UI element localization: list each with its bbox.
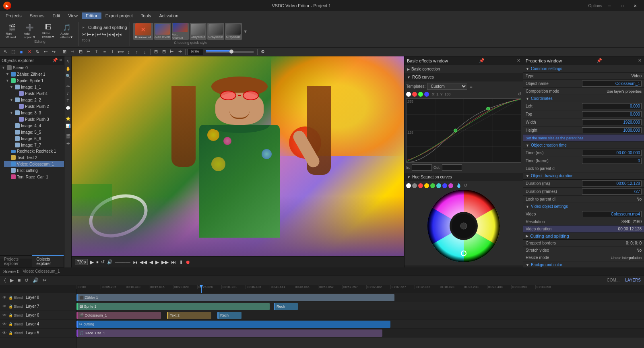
fill-tool[interactable]: ■ xyxy=(18,48,25,56)
move-down-tool[interactable]: ↓ xyxy=(141,48,149,56)
in-input[interactable] xyxy=(412,164,432,171)
pause-button[interactable]: ⏸ xyxy=(178,259,183,265)
layer7-lock[interactable]: 🔒 xyxy=(8,304,13,309)
line-tool[interactable]: / xyxy=(65,90,71,97)
cut3-icon[interactable]: ▸| xyxy=(92,32,96,37)
hue-yellow-dot[interactable] xyxy=(424,183,429,188)
layer6-lock[interactable]: 🔒 xyxy=(8,313,13,318)
run-wizard-button[interactable]: 🎬 RunWizard... xyxy=(4,24,20,39)
close-button[interactable]: ✕ xyxy=(630,2,641,10)
clip-text2[interactable]: Text 2 xyxy=(167,312,211,319)
oe-scene0[interactable]: ▼ Scene 0 xyxy=(0,64,64,71)
tl-play-button[interactable]: ▶ xyxy=(9,278,14,283)
hue-reset-icon[interactable]: ↺ xyxy=(464,183,467,188)
zoom-in-tool[interactable]: 🔍 xyxy=(65,72,71,79)
auto-levels-button[interactable]: Auto levels xyxy=(154,23,171,40)
redo-icon[interactable]: ↪ xyxy=(102,31,106,37)
redo-tool[interactable]: ↪ xyxy=(50,48,57,56)
object-name-value[interactable]: Colosseum_1 xyxy=(582,81,642,87)
layer4-lock[interactable]: 🔒 xyxy=(8,322,13,327)
move-tool[interactable]: ✛ xyxy=(65,140,71,147)
layer6-eye[interactable]: 👁 xyxy=(2,313,7,318)
object-creation-header[interactable]: ▼ Object creation time xyxy=(523,142,644,149)
oe-image6[interactable]: ▷ Image: 6_6 xyxy=(8,135,64,142)
video-value[interactable]: Colosseum.mp4 xyxy=(582,211,642,217)
hue-white-dot[interactable] xyxy=(406,183,411,188)
layer4-eye[interactable]: 👁 xyxy=(2,321,7,327)
effects-close-icon[interactable]: ✕ xyxy=(517,58,520,63)
width-value[interactable]: 1920.000 xyxy=(582,119,642,125)
oe-video-colosseum[interactable]: ▷ Video: Colosseum_1 xyxy=(4,161,64,167)
clip-race-car[interactable]: 🎵 Race_Car_1 xyxy=(76,329,382,337)
speech-tool[interactable]: 💬 xyxy=(65,105,71,111)
clip-cutting[interactable]: ✂ cutting xyxy=(76,321,390,328)
parent-size-label[interactable]: Set the same size as the parent has xyxy=(526,136,642,140)
menu-view[interactable]: View xyxy=(64,12,82,19)
top-value[interactable]: 0.000 xyxy=(582,111,642,117)
basic-correction-header[interactable]: ▶ Basic correction xyxy=(405,65,523,73)
zoom-slider-area[interactable] xyxy=(206,51,254,53)
star-tool[interactable]: ⭐ xyxy=(65,115,71,122)
align-top-tool[interactable]: ⊤ xyxy=(93,48,100,56)
grayscale1-button[interactable]: Grayscale xyxy=(190,23,206,40)
settings-tool[interactable]: ⚙ xyxy=(259,48,266,56)
move-up-tool[interactable]: ↑ xyxy=(133,48,140,56)
close-explorer-icon[interactable]: ✕ xyxy=(59,58,62,63)
oe-image7[interactable]: ▷ Image: 7_7 xyxy=(8,142,64,148)
white-channel-dot[interactable] xyxy=(406,92,411,97)
reset-curve-icon[interactable]: ↺ xyxy=(518,91,521,97)
oe-image2[interactable]: ▼ Image: 2_2 xyxy=(8,97,64,103)
hue-blue-dot[interactable] xyxy=(442,183,447,188)
more-styles-button[interactable]: ▼ xyxy=(243,23,248,40)
green-channel-dot[interactable] xyxy=(418,92,423,97)
grayscale3-button[interactable]: Grayscale xyxy=(225,23,242,40)
video-tool[interactable]: 🎬 xyxy=(65,133,71,139)
rgb-curves-header[interactable]: ▼ RGB curves xyxy=(405,73,523,81)
effects-pin-icon[interactable]: 📌 xyxy=(479,58,485,63)
next-frame-button[interactable]: ⏭ xyxy=(171,259,176,265)
duration-ms-value[interactable]: 00:00:12.128 xyxy=(582,180,642,186)
play-button[interactable]: ▶ xyxy=(90,259,94,265)
tab-projects-explorer[interactable]: Projects explorer xyxy=(0,255,32,267)
cut6-icon[interactable]: ▸|◂ xyxy=(116,32,122,37)
remove-all-button[interactable]: ✕ Remove all xyxy=(133,23,153,40)
delete-tool[interactable]: ✕ xyxy=(26,48,33,56)
composition-mode-value[interactable]: Use layer's properties xyxy=(584,89,642,93)
red-channel-dot[interactable] xyxy=(412,92,417,97)
oe-text2[interactable]: ▷ Text: Text 2 xyxy=(4,154,64,161)
time-ms-value[interactable]: 00:00:00.000 xyxy=(582,150,642,156)
hue-purple-dot[interactable] xyxy=(448,183,453,188)
oe-push2[interactable]: ▷ Push: Push 2 xyxy=(12,103,64,110)
prev-frame-button[interactable]: ⏮ xyxy=(133,260,137,265)
snap-tool[interactable]: ⊟ xyxy=(160,48,167,56)
layer8-eye[interactable]: 👁 xyxy=(2,295,7,300)
oe-image1[interactable]: ▼ Image: 1_1 xyxy=(8,84,64,90)
clip-zahler[interactable]: ⬛ Zähler 1 xyxy=(76,294,394,301)
align-center-tool[interactable]: ⊟ xyxy=(77,48,84,56)
align-mid-tool[interactable]: ≡ xyxy=(101,48,108,56)
menu-edit[interactable]: Edit xyxy=(48,12,64,19)
hue-sat-header[interactable]: ▼ Hue Saturation curves xyxy=(405,173,523,181)
mute-button[interactable]: 🔊 xyxy=(107,259,113,265)
hue-red-dot[interactable] xyxy=(418,183,423,188)
rec-button[interactable]: ⏺ xyxy=(186,259,190,265)
ffwd-button[interactable]: ▶▶ xyxy=(161,259,169,265)
oe-rect1[interactable]: ▷ Rechteck: Rechteck 1 xyxy=(4,148,64,154)
loop-button[interactable]: ↺ xyxy=(101,259,105,265)
text-tool[interactable]: T xyxy=(65,97,71,104)
oe-image4[interactable]: ▷ Image: 4_4 xyxy=(8,122,64,129)
arrow-tool[interactable]: ↖ xyxy=(65,58,71,64)
time-frame-value[interactable]: 0 xyxy=(582,158,642,164)
audio-effects-button[interactable]: 🎵 Audioeffects▼ xyxy=(58,24,76,39)
pen-tool[interactable]: ✏ xyxy=(65,83,71,89)
scissors-icon[interactable]: ✂ xyxy=(82,31,86,37)
align-left-tool[interactable]: ⊣ xyxy=(69,48,76,56)
clip-sprite[interactable]: 🖼 Sprite 1 xyxy=(76,303,270,310)
clip-rech-6[interactable]: Rech xyxy=(217,312,242,319)
layer6-blend[interactable]: Blend xyxy=(14,313,25,317)
clip-rech-7[interactable]: Rech xyxy=(274,303,298,310)
oe-zahler[interactable]: ▼ Zähler: Zähler 1 xyxy=(4,71,64,77)
tl-mute-button[interactable]: 🔊 xyxy=(32,278,39,283)
grid-tool[interactable]: ⊞ xyxy=(152,48,159,56)
tl-loop-button[interactable]: ↺ xyxy=(24,278,29,283)
